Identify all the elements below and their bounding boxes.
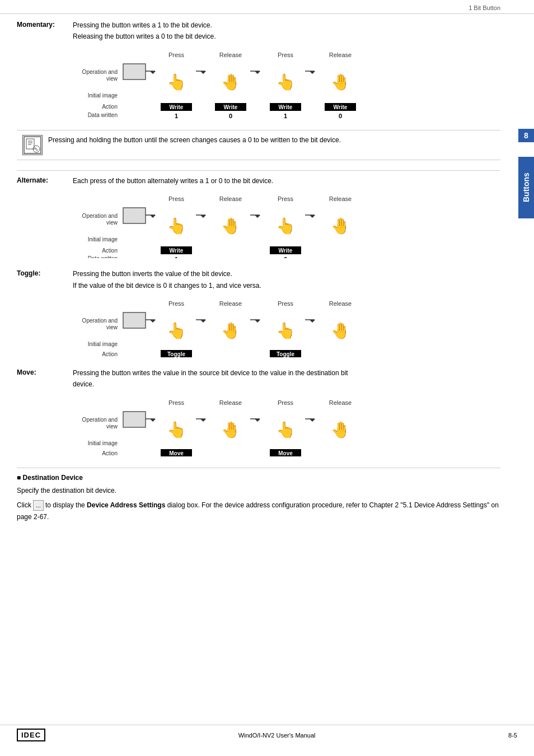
move-body: Pressing the button writes the value in … (73, 367, 500, 456)
svg-text:Toggle: Toggle (277, 351, 294, 357)
svg-rect-35 (26, 139, 34, 149)
svg-text:Toggle: Toggle (167, 351, 185, 357)
move-desc1: Pressing the button writes the value in … (73, 367, 500, 379)
svg-text:Initial image: Initial image (88, 92, 118, 99)
toggle-desc1: Pressing the button inverts the value of… (73, 268, 500, 279)
svg-text:Release: Release (329, 399, 352, 406)
svg-text:Action: Action (102, 351, 118, 357)
svg-text:Release: Release (329, 52, 352, 58)
svg-text:Write: Write (170, 248, 184, 254)
svg-text:🤚: 🤚 (221, 321, 241, 340)
svg-text:👆: 👆 (276, 321, 296, 340)
note-box: ✎ Pressing and holding the button until … (17, 130, 500, 160)
svg-text:Initial image: Initial image (88, 440, 118, 446)
dest-text-mid: to display the (45, 501, 87, 509)
section-move: Move: Pressing the button writes the val… (17, 367, 500, 456)
side-tab-number: 8 (518, 129, 534, 142)
svg-text:Action: Action (102, 450, 118, 456)
header-title: 1 Bit Button (469, 4, 500, 11)
svg-rect-98 (123, 412, 146, 427)
note-text: Pressing and holding the button until th… (48, 135, 341, 146)
svg-text:Write: Write (224, 104, 238, 110)
svg-text:👆: 👆 (276, 217, 296, 235)
idec-logo: IDEC (17, 729, 45, 741)
note-icon: ✎ (22, 135, 43, 155)
svg-text:0: 0 (284, 256, 287, 258)
section-momentary: Momentary: Pressing the button writes a … (17, 20, 500, 120)
svg-text:👆: 👆 (276, 421, 296, 439)
svg-text:Press: Press (168, 300, 185, 307)
alternate-body: Each press of the button alternately wri… (73, 175, 500, 258)
svg-text:👆: 👆 (167, 421, 186, 439)
svg-text:Press: Press (168, 399, 185, 406)
alternate-desc1: Each press of the button alternately wri… (73, 175, 500, 186)
svg-text:Operation and: Operation and (82, 213, 118, 219)
svg-text:Press: Press (278, 399, 294, 406)
svg-text:Move: Move (278, 450, 293, 456)
side-tab-label: Buttons (518, 157, 534, 218)
svg-text:Press: Press (278, 195, 294, 202)
svg-text:🤚: 🤚 (221, 73, 241, 91)
alternate-diagram: Operation and view Initial image Action … (78, 191, 392, 258)
svg-text:Press: Press (278, 52, 294, 58)
momentary-body: Pressing the button writes a 1 to the bi… (73, 20, 500, 120)
device-address-button[interactable]: ... (33, 500, 43, 511)
svg-text:Action: Action (102, 248, 118, 254)
page-footer: IDEC WindO/I-NV2 User's Manual 8-5 (0, 725, 534, 745)
destination-section: Destination Device Specify the destinati… (17, 468, 500, 522)
svg-text:🤚: 🤚 (331, 73, 350, 91)
dest-text-bold: Device Address Settings (87, 501, 165, 509)
svg-text:Write: Write (279, 104, 293, 110)
svg-text:🤚: 🤚 (331, 321, 350, 340)
section-divider (17, 170, 500, 171)
svg-text:🤚: 🤚 (221, 217, 241, 235)
svg-text:🤚: 🤚 (331, 217, 350, 235)
svg-text:✎: ✎ (34, 147, 39, 152)
svg-text:Operation and: Operation and (82, 318, 118, 324)
destination-desc2: Click ... to display the Device Address … (17, 500, 500, 522)
svg-text:Release: Release (219, 300, 242, 307)
move-desc2: device. (73, 379, 500, 390)
svg-rect-5 (123, 64, 146, 80)
svg-text:🤚: 🤚 (221, 421, 241, 439)
svg-text:Release: Release (219, 399, 242, 406)
toggle-desc2: If the value of the bit device is 0 it c… (73, 280, 500, 291)
svg-text:Release: Release (329, 300, 352, 307)
svg-text:Initial image: Initial image (88, 341, 118, 347)
svg-text:1: 1 (175, 113, 178, 119)
svg-text:Press: Press (168, 195, 185, 202)
main-content: Momentary: Pressing the button writes a … (0, 14, 534, 531)
svg-text:Data written: Data written (88, 112, 118, 118)
toggle-diagram: Operation and view Initial image Action … (78, 296, 392, 357)
destination-title: Destination Device (17, 474, 500, 482)
section-toggle: Toggle: Pressing the button inverts the … (17, 268, 500, 357)
svg-text:Move: Move (169, 450, 184, 456)
momentary-desc2: Releasing the button writes a 0 to the b… (73, 31, 500, 42)
svg-rect-73 (123, 312, 146, 328)
svg-text:Press: Press (278, 300, 294, 307)
svg-text:Release: Release (329, 195, 352, 202)
page-header: 1 Bit Button (0, 0, 534, 14)
toggle-label: Toggle: (17, 268, 73, 277)
svg-text:👆: 👆 (167, 217, 186, 235)
svg-text:Operation and: Operation and (82, 69, 118, 75)
svg-text:view: view (106, 220, 118, 226)
svg-text:Write: Write (170, 104, 184, 110)
footer-manual: WindO/I-NV2 User's Manual (238, 732, 316, 739)
momentary-label: Momentary: (17, 20, 73, 29)
svg-text:Press: Press (168, 52, 185, 58)
section-alternate: Alternate: Each press of the button alte… (17, 175, 500, 258)
svg-text:0: 0 (229, 113, 232, 119)
dest-text-pre: Click (17, 501, 33, 509)
svg-text:Data written: Data written (88, 255, 118, 258)
svg-text:👆: 👆 (167, 73, 186, 91)
svg-text:1: 1 (284, 113, 287, 119)
move-diagram: Operation and view Initial image Action … (78, 395, 392, 456)
svg-text:Write: Write (279, 248, 293, 254)
footer-page: 8-5 (508, 732, 517, 739)
alternate-label: Alternate: (17, 175, 73, 184)
svg-text:Initial image: Initial image (88, 236, 118, 242)
svg-text:view: view (106, 423, 118, 430)
svg-text:Operation and: Operation and (82, 417, 118, 423)
destination-desc1: Specify the destination bit device. (17, 485, 500, 496)
